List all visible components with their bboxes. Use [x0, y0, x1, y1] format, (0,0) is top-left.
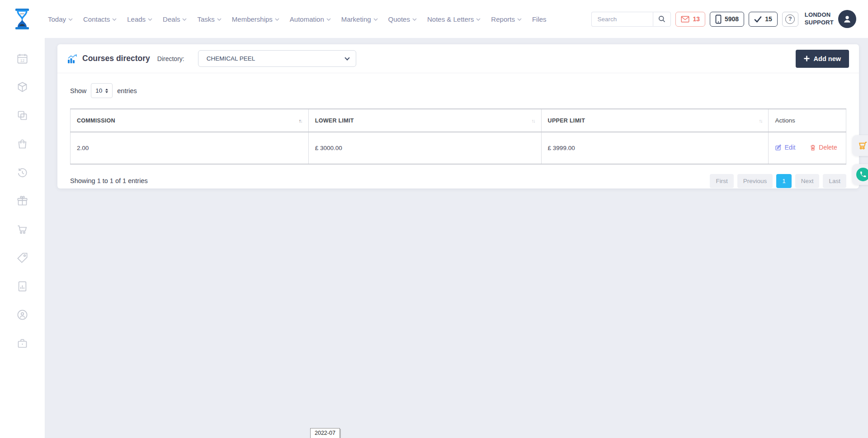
- delete-label: Delete: [819, 144, 837, 151]
- calls-badge[interactable]: 5908: [710, 12, 744, 27]
- nav-item-memberships[interactable]: Memberships: [232, 15, 279, 23]
- directory-select[interactable]: CHEMICAL PEEL: [198, 50, 356, 67]
- user-name-line1: LONDON: [805, 11, 834, 19]
- delete-button[interactable]: Delete: [810, 144, 837, 151]
- cell-actions: Edit Delete: [769, 132, 846, 164]
- hourglass-logo-icon: [12, 8, 33, 30]
- pagination-next-button[interactable]: Next: [795, 174, 820, 188]
- table-row: 2.00 £ 3000.00 £ 3999.00 Edit: [71, 132, 846, 164]
- calendar-12-icon[interactable]: 12: [16, 52, 28, 65]
- nav-item-notes-letters[interactable]: Notes & Letters: [427, 15, 481, 23]
- pagination-last-button[interactable]: Last: [823, 174, 846, 188]
- question-icon: ?: [785, 14, 795, 24]
- stepper-icon: [105, 89, 108, 93]
- search-wrap: [591, 12, 671, 27]
- card-body: Show 10 entries COMMISSION ↑↓: [57, 73, 859, 188]
- report-icon[interactable]: [16, 280, 28, 292]
- chevron-down-icon: [217, 18, 222, 21]
- topbar-right: 13 5908 15 ? LONDON SUPPORT: [591, 10, 868, 28]
- directory-select-wrap: CHEMICAL PEEL: [198, 50, 356, 67]
- nav-item-reports[interactable]: Reports: [491, 15, 522, 23]
- cart-icon[interactable]: [16, 223, 28, 235]
- cell-commission: 2.00: [71, 132, 309, 164]
- nav-label: Quotes: [388, 15, 410, 23]
- column-label: UPPER LIMIT: [548, 118, 585, 124]
- nav-item-quotes[interactable]: Quotes: [388, 15, 417, 23]
- app-logo[interactable]: [0, 8, 45, 30]
- add-new-label: Add new: [814, 55, 841, 62]
- main-nav: Today Contacts Leads Deals Tasks Members…: [48, 15, 547, 23]
- sort-icon: ↑↓: [759, 118, 762, 123]
- nav-item-automation[interactable]: Automation: [290, 15, 331, 23]
- edit-button[interactable]: Edit: [775, 144, 795, 151]
- chevron-down-icon: [148, 18, 152, 21]
- column-label: Actions: [775, 117, 795, 124]
- nav-item-contacts[interactable]: Contacts: [83, 15, 117, 23]
- tasks-badge[interactable]: 15: [749, 12, 778, 27]
- edit-label: Edit: [784, 144, 795, 151]
- nav-label: Memberships: [232, 15, 273, 23]
- chevron-down-icon: [476, 18, 481, 21]
- avatar[interactable]: [838, 10, 856, 28]
- shopping-bag-icon[interactable]: [16, 138, 28, 150]
- phone-icon: [859, 171, 867, 178]
- pagination-first-button[interactable]: First: [710, 174, 733, 188]
- nav-item-tasks[interactable]: Tasks: [197, 15, 221, 23]
- nav-label: Reports: [491, 15, 515, 23]
- entries-label: entries: [117, 87, 137, 94]
- pagination-previous-button[interactable]: Previous: [737, 174, 773, 188]
- chevron-down-icon: [275, 18, 279, 21]
- pagination-page-1-button[interactable]: 1: [776, 174, 792, 188]
- nav-item-today[interactable]: Today: [48, 15, 73, 23]
- page-size-value: 10: [95, 87, 102, 94]
- table-header-row: COMMISSION ↑↓ LOWER LIMIT ↑↓: [71, 109, 846, 132]
- envelope-icon: [681, 16, 689, 23]
- nav-label: Files: [532, 15, 547, 23]
- user-name-line2: SUPPORT: [805, 19, 834, 27]
- smartphone-icon: [715, 14, 722, 24]
- floating-cart-button[interactable]: [852, 135, 868, 156]
- page-size-select[interactable]: 10: [91, 83, 113, 98]
- column-label: COMMISSION: [77, 118, 115, 124]
- messages-badge[interactable]: 13: [675, 12, 705, 27]
- topbar: Today Contacts Leads Deals Tasks Members…: [0, 0, 868, 38]
- sidebar: 12: [0, 38, 45, 438]
- column-header-upper-limit[interactable]: UPPER LIMIT ↑↓: [541, 109, 769, 132]
- nav-item-leads[interactable]: Leads: [127, 15, 152, 23]
- pagination: First Previous 1 Next Last: [710, 174, 846, 188]
- chevron-down-icon: [412, 18, 417, 21]
- app-root: Courses directory Directory: CHEMICAL PE…: [0, 0, 868, 438]
- plus-icon: [804, 56, 810, 61]
- checkmark-icon: [754, 16, 762, 23]
- column-header-commission[interactable]: COMMISSION ↑↓: [71, 109, 309, 132]
- chevron-down-icon: [182, 18, 187, 21]
- nav-label: Deals: [163, 15, 180, 23]
- nav-item-deals[interactable]: Deals: [163, 15, 187, 23]
- floating-phone-button[interactable]: [852, 164, 868, 185]
- nav-item-files[interactable]: Files: [532, 15, 547, 23]
- calls-count: 5908: [725, 15, 739, 23]
- column-label: LOWER LIMIT: [315, 118, 354, 124]
- chevron-down-icon: [68, 18, 73, 21]
- price-tag-icon[interactable]: [16, 252, 28, 264]
- pages-icon[interactable]: [16, 109, 28, 122]
- nav-label: Today: [48, 15, 66, 23]
- nav-label: Notes & Letters: [427, 15, 474, 23]
- search-input[interactable]: [591, 12, 653, 27]
- messages-count: 13: [693, 15, 700, 23]
- nav-item-marketing[interactable]: Marketing: [341, 15, 378, 23]
- help-button[interactable]: ?: [782, 12, 798, 27]
- sort-icon: ↑↓: [299, 118, 302, 123]
- courses-directory-card: Courses directory Directory: CHEMICAL PE…: [57, 44, 859, 188]
- column-header-lower-limit[interactable]: LOWER LIMIT ↑↓: [308, 109, 541, 132]
- gift-icon[interactable]: [16, 195, 28, 207]
- history-icon[interactable]: [16, 166, 28, 179]
- briefcase-icon[interactable]: [16, 337, 28, 349]
- add-new-button[interactable]: Add new: [796, 50, 849, 68]
- content-background: Courses directory Directory: CHEMICAL PE…: [45, 38, 868, 438]
- search-button[interactable]: [653, 12, 671, 27]
- chevron-down-icon: [517, 18, 522, 21]
- page-title: Courses directory: [82, 54, 150, 63]
- support-icon[interactable]: [16, 309, 28, 321]
- package-icon[interactable]: [16, 81, 28, 93]
